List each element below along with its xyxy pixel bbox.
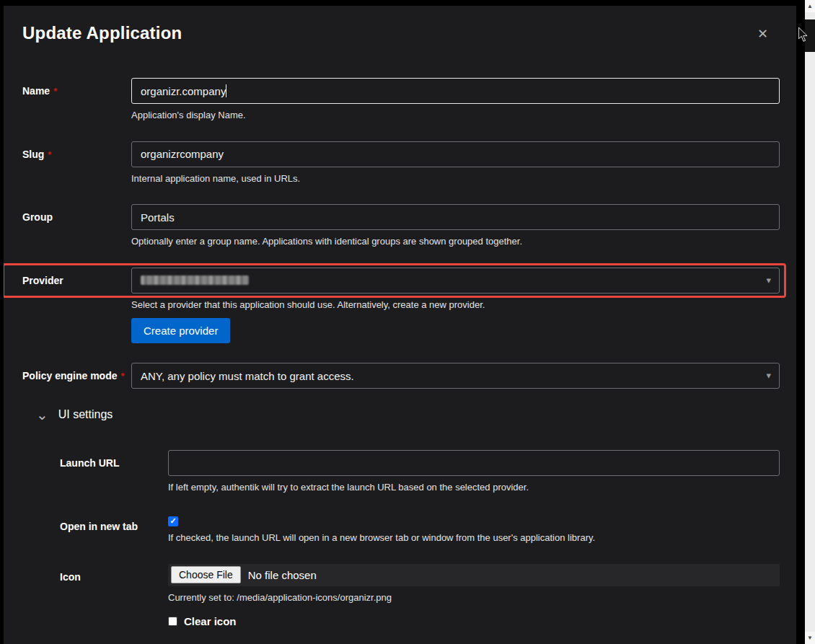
close-button[interactable]: ✕	[756, 26, 770, 42]
chevron-down-icon: ▾	[766, 370, 771, 381]
slug-help: Internal application name, used in URLs.	[131, 172, 780, 185]
icon-file-input[interactable]: Choose File No file chosen	[168, 564, 780, 586]
clear-icon-checkbox[interactable]	[168, 617, 177, 626]
launch-url-row: Launch URL If left empty, authentik will…	[60, 450, 780, 494]
icon-label: Icon	[60, 564, 168, 628]
policy-engine-mode-label-text: Policy engine mode	[22, 370, 117, 381]
launch-url-label-text: Launch URL	[60, 457, 119, 469]
required-asterisk: *	[48, 149, 51, 160]
launch-url-input[interactable]	[168, 450, 780, 476]
policy-engine-mode-row: Policy engine mode* ANY, any policy must…	[22, 363, 780, 389]
clear-icon-label: Clear icon	[184, 615, 237, 627]
scrollbar-thumb[interactable]	[805, 19, 815, 52]
policy-engine-mode-label: Policy engine mode*	[22, 363, 131, 389]
text-caret	[226, 84, 226, 97]
scroll-down-icon: ▼	[807, 635, 813, 641]
slug-label-text: Slug	[22, 149, 44, 160]
update-application-form: Name* Application's display Name. Slug* …	[22, 78, 780, 627]
provider-field-row: Provider ▾ Select a provider that this a…	[22, 268, 780, 344]
page-title: Update Application	[22, 23, 780, 43]
open-in-new-tab-label: Open in new tab	[60, 513, 168, 544]
provider-label-text: Provider	[22, 275, 63, 286]
file-status-text: No file chosen	[248, 569, 317, 581]
slug-field-row: Slug* Internal application name, used in…	[22, 141, 780, 185]
check-icon: ✓	[169, 516, 176, 526]
group-field-row: Group Optionally enter a group name. App…	[22, 204, 780, 248]
name-input[interactable]	[131, 78, 780, 104]
provider-label: Provider	[22, 268, 131, 344]
provider-help: Select a provider that this application …	[131, 299, 780, 312]
ui-settings-section: Launch URL If left empty, authentik will…	[60, 450, 780, 627]
policy-engine-mode-value: ANY, any policy must match to grant acce…	[141, 370, 354, 382]
redacted-provider-value	[141, 275, 249, 285]
open-in-new-tab-checkbox[interactable]: ✓	[168, 516, 178, 526]
clear-icon-row: Clear icon	[168, 615, 780, 627]
name-field-row: Name* Application's display Name.	[22, 78, 780, 122]
launch-url-label: Launch URL	[60, 450, 168, 494]
required-asterisk: *	[120, 371, 124, 381]
launch-url-help: If left empty, authentik will try to ext…	[168, 481, 780, 494]
icon-label-text: Icon	[60, 571, 81, 583]
close-icon: ✕	[757, 27, 768, 41]
name-label-text: Name	[22, 85, 50, 97]
group-input[interactable]	[131, 204, 780, 230]
slug-input[interactable]	[131, 141, 780, 167]
create-provider-button[interactable]: Create provider	[131, 318, 230, 343]
group-label-text: Group	[22, 211, 53, 223]
ui-settings-toggle[interactable]: ⌄ UI settings	[36, 408, 780, 421]
group-help: Optionally enter a group name. Applicati…	[131, 235, 780, 248]
chevron-down-icon: ⌄	[36, 410, 48, 419]
icon-help: Currently set to: /media/application-ico…	[168, 591, 780, 604]
required-asterisk: *	[53, 86, 57, 97]
scroll-down-button[interactable]: ▼	[805, 632, 815, 644]
scroll-up-button[interactable]: ▲	[805, 0, 815, 12]
chevron-down-icon: ▾	[766, 274, 771, 285]
open-in-new-tab-label-text: Open in new tab	[60, 521, 138, 532]
scroll-up-icon: ▲	[807, 3, 813, 9]
update-application-modal: Update Application ✕ Name* Application's…	[4, 6, 796, 644]
group-label: Group	[22, 204, 131, 248]
policy-engine-mode-select[interactable]: ANY, any policy must match to grant acce…	[131, 363, 780, 389]
ui-settings-label: UI settings	[58, 408, 113, 421]
name-label: Name*	[22, 78, 131, 122]
provider-select[interactable]: ▾	[131, 268, 780, 294]
open-in-new-tab-help: If checked, the launch URL will open in …	[168, 531, 780, 544]
slug-label: Slug*	[22, 141, 131, 185]
scrollbar[interactable]: ▲ ▼	[805, 0, 815, 644]
icon-field-row: Icon Choose File No file chosen Currentl…	[60, 564, 780, 628]
open-in-new-tab-row: Open in new tab ✓ If checked, the launch…	[60, 513, 780, 544]
choose-file-button[interactable]: Choose File	[171, 566, 241, 583]
name-help: Application's display Name.	[131, 109, 780, 122]
